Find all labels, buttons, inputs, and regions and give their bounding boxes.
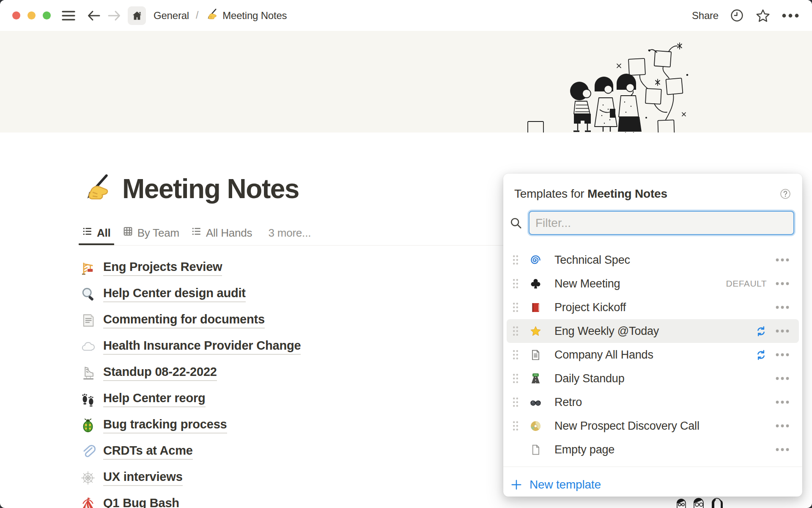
template-item-icon [530,444,541,456]
template-list-item[interactable]: Eng Weekly @Today [507,319,799,343]
template-item-icon [530,326,541,337]
tab-all-hands[interactable]: All Hands [185,221,258,245]
page-list-item[interactable]: Help Center design audit [80,281,402,307]
share-button[interactable]: Share [692,10,719,22]
new-template-label: New template [529,478,601,491]
more-options-icon[interactable] [775,258,790,262]
zoom-window-button[interactable] [43,11,51,19]
repeat-icon [755,326,767,337]
drag-handle-icon[interactable] [512,350,519,360]
breadcrumb-page-label: Meeting Notes [222,10,287,22]
minimize-window-button[interactable] [27,11,36,19]
page-list-item[interactable]: Help Center reorg [80,386,402,412]
page-item-icon [80,365,96,381]
template-list-item[interactable]: Retro [503,390,802,414]
drag-handle-icon[interactable] [512,255,519,265]
tab-label: By Team [137,226,179,240]
template-item-icon [530,420,541,432]
more-options-icon[interactable] [775,376,790,381]
clock-icon [730,8,744,22]
new-template-button[interactable]: New template [503,473,802,497]
drag-handle-icon[interactable] [512,326,519,336]
more-options-icon[interactable] [775,447,790,452]
more-options-icon[interactable] [775,329,790,333]
tab-by-team[interactable]: By Team [117,221,185,245]
page-list: Eng Projects Review Help Center design a… [80,255,402,508]
template-list-item[interactable]: New Prospect Discovery Call [503,414,802,438]
window-topbar: General / Meeting Notes Share [0,0,812,31]
template-item-actions [775,424,790,428]
writing-hand-icon[interactable] [81,173,111,205]
help-button[interactable] [779,188,791,200]
page-item-title: Eng Projects Review [103,260,222,276]
template-list-item[interactable]: Company All Hands [503,343,802,367]
drag-handle-icon[interactable] [512,302,519,312]
sidebar-toggle-button[interactable] [61,9,76,22]
more-options-icon[interactable] [775,282,790,286]
updates-button[interactable] [730,8,744,22]
tab-all[interactable]: All [76,221,117,245]
template-list-item[interactable]: Empty page [503,438,802,461]
template-item-label: Company All Hands [554,348,653,362]
template-list-item[interactable]: Project Kickoff [503,295,802,319]
home-button[interactable] [128,6,146,25]
drag-handle-icon[interactable] [512,279,519,289]
template-item-label: Technical Spec [554,254,630,267]
breadcrumb: General / Meeting Notes [146,6,289,25]
more-options-icon[interactable] [775,424,790,428]
template-filter-input[interactable] [529,211,794,235]
page-list-item[interactable]: Q1 Bug Bash [80,491,402,508]
page-item-icon [80,313,96,328]
breadcrumb-item-general[interactable]: General [151,8,192,23]
template-list: Technical Spec New Meeting DEFAULT Proje… [503,248,802,461]
topbar-actions: Share [692,8,799,23]
table-view-icon [123,226,133,240]
more-options-button[interactable] [782,14,799,18]
drag-handle-icon[interactable] [512,421,519,431]
favorite-button[interactable] [755,8,771,23]
page-list-item[interactable]: Standup 08-22-2022 [80,360,402,386]
close-window-button[interactable] [12,11,20,19]
template-list-item[interactable]: New Meeting DEFAULT [503,272,802,295]
drag-handle-icon[interactable] [512,397,519,407]
template-item-icon [530,373,541,384]
template-list-item[interactable]: Daily Standup [503,367,802,390]
cover-illustration [520,31,698,133]
more-options-icon[interactable] [775,400,790,404]
home-icon [132,10,143,21]
peeking-faces-illustration [674,497,729,508]
page-list-item[interactable]: Health Insurance Provider Change [80,334,402,360]
page-list-item[interactable]: CRDTs at Acme [80,439,402,465]
tab-more-views[interactable]: 3 more... [264,226,315,240]
search-icon [510,217,522,229]
navigate-forward-button[interactable] [107,9,122,22]
page-list-item[interactable]: Eng Projects Review [80,255,402,281]
ellipsis-icon [782,14,799,18]
page-list-item[interactable]: Commenting for documents [80,307,402,334]
template-item-actions [775,400,790,404]
page-list-item[interactable]: UX interviews [80,465,402,491]
template-item-actions [755,326,790,337]
tab-label: All [97,226,111,240]
star-outline-icon [755,8,771,23]
template-item-label: Retro [554,396,582,409]
page-cover[interactable] [0,31,812,133]
page-title[interactable]: Meeting Notes [122,173,299,204]
drag-handle-icon[interactable] [512,373,519,384]
page-item-title: Standup 08-22-2022 [103,365,217,381]
page-item-icon [80,470,96,486]
page-item-title: Help Center design audit [103,286,246,302]
page-list-item[interactable]: Bug tracking process [80,412,402,439]
navigate-back-button[interactable] [86,9,102,22]
more-options-icon[interactable] [775,353,790,357]
template-item-actions [775,376,790,381]
breadcrumb-item-meeting-notes[interactable]: Meeting Notes [203,6,289,25]
page-item-title: CRDTs at Acme [103,444,193,459]
template-item-actions [775,258,790,262]
more-options-icon[interactable] [775,305,790,309]
template-list-item[interactable]: Technical Spec [503,248,802,272]
forward-arrow-icon [107,9,122,22]
list-view-icon [191,226,202,240]
templates-popup-title: Templates for Meeting Notes [514,187,667,201]
template-item-actions: DEFAULT [726,279,790,289]
